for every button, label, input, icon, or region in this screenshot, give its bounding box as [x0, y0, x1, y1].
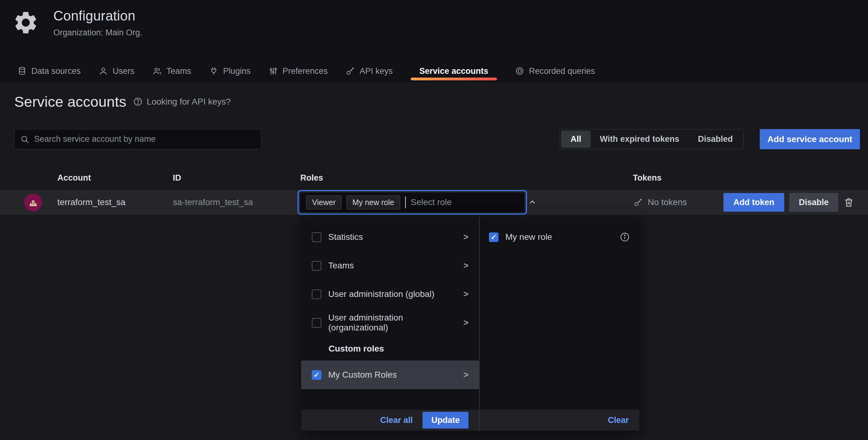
chevron-right-icon: > [463, 370, 468, 380]
account-id: sa-terraform_test_sa [173, 197, 253, 207]
chevron-right-icon: > [463, 318, 468, 328]
tab-label: Users [113, 66, 135, 76]
tokens-status: No tokens [633, 197, 687, 207]
clear-all-button[interactable]: Clear all [380, 415, 412, 425]
page-heading: Service accounts Looking for API keys? [14, 93, 231, 110]
tab-data-sources[interactable]: Data sources [18, 60, 81, 82]
column-header-roles: Roles [300, 173, 323, 183]
token-key-icon [633, 198, 643, 207]
tab-preferences[interactable]: Preferences [269, 60, 328, 82]
tab-service-accounts[interactable]: Service accounts [411, 60, 497, 82]
question-circle-icon [133, 97, 143, 107]
user-icon [99, 66, 108, 76]
sliders-icon [269, 66, 278, 76]
users-icon [153, 66, 162, 76]
submenu-footer: Clear [479, 410, 639, 431]
app-header: Configuration Organization: Main Org. [0, 0, 868, 37]
group-teams[interactable]: Teams > [301, 251, 479, 280]
checkbox-checked[interactable] [312, 370, 321, 380]
filter-with-expired-tokens[interactable]: With expired tokens [591, 130, 689, 148]
dropdown-footer: Clear all Update [301, 410, 479, 431]
checkbox-unchecked[interactable] [312, 232, 321, 242]
checkbox-unchecked[interactable] [312, 318, 321, 328]
gear-icon [12, 9, 39, 36]
checkbox-unchecked[interactable] [312, 290, 321, 299]
tab-recorded-queries[interactable]: Recorded queries [515, 60, 595, 82]
key-icon [346, 66, 355, 76]
tab-plugins[interactable]: Plugins [209, 60, 251, 82]
group-my-custom-roles[interactable]: My Custom Roles > [301, 360, 479, 389]
custom-roles-section-label: Custom roles [301, 337, 479, 360]
delete-icon[interactable] [843, 196, 855, 208]
info-icon[interactable] [620, 232, 630, 242]
submenu-list: My new role [479, 217, 639, 251]
help-text: Looking for API keys? [147, 97, 231, 107]
clear-button[interactable]: Clear [608, 415, 629, 425]
chevron-up-icon[interactable] [528, 198, 537, 207]
top-bar: Configuration Organization: Main Org. Da… [0, 0, 868, 83]
submenu-item-my-new-role[interactable]: My new role [479, 223, 639, 251]
tokens-text: No tokens [648, 197, 687, 207]
search-icon [20, 135, 29, 144]
role-submenu-panel: My new role Clear [479, 217, 639, 431]
search-input[interactable] [34, 134, 255, 144]
role-groups-panel: Statistics > Teams > User administration… [301, 217, 479, 431]
page-header-subtitle: Organization: Main Org. [53, 28, 143, 37]
page-header-title: Configuration [53, 8, 143, 24]
chevron-right-icon: > [463, 261, 468, 271]
tab-label: Recorded queries [529, 66, 595, 76]
database-icon [18, 66, 27, 76]
service-account-avatar [24, 194, 42, 211]
update-button[interactable]: Update [423, 412, 468, 429]
record-icon [515, 66, 524, 76]
role-tag-my-new-role[interactable]: My new role [346, 196, 400, 209]
tab-label: Data sources [31, 66, 81, 76]
column-header-id: ID [173, 173, 181, 183]
column-header-account: Account [57, 173, 91, 183]
role-tag-viewer[interactable]: Viewer [306, 196, 342, 209]
tab-label: API keys [360, 66, 393, 76]
app-title-block: Configuration Organization: Main Org. [53, 8, 143, 37]
select-role-input[interactable] [411, 197, 523, 207]
plug-icon [209, 66, 218, 76]
page-title: Service accounts [14, 93, 126, 110]
group-user-administration-global[interactable]: User administration (global) > [301, 280, 479, 309]
group-label: My Custom Roles [328, 370, 397, 380]
search-box [14, 129, 261, 149]
submenu-item-label: My new role [505, 232, 552, 242]
group-label: Statistics [328, 232, 363, 242]
filter-all[interactable]: All [561, 130, 591, 148]
group-user-administration-organizational[interactable]: User administration (organizational) > [301, 309, 479, 337]
tab-bar: Data sources Users Teams [18, 60, 595, 82]
group-label: Teams [328, 261, 354, 271]
add-service-account-button[interactable]: Add service account [760, 129, 860, 149]
filter-radio-group: All With expired tokens Disabled [560, 129, 744, 149]
tab-label: Preferences [283, 66, 328, 76]
tab-label: Teams [166, 66, 191, 76]
column-header-tokens: Tokens [633, 173, 662, 183]
account-name[interactable]: terraform_test_sa [57, 197, 125, 207]
api-keys-help-link[interactable]: Looking for API keys? [133, 97, 231, 107]
text-cursor [405, 197, 406, 208]
tab-label: Service accounts [420, 66, 488, 76]
role-picker-input[interactable]: Viewer My new role [300, 192, 525, 212]
checkbox-checked[interactable] [489, 232, 498, 242]
tab-users[interactable]: Users [99, 60, 135, 82]
tab-teams[interactable]: Teams [153, 60, 191, 82]
chevron-right-icon: > [463, 289, 468, 299]
checkbox-unchecked[interactable] [312, 261, 321, 271]
role-picker-dropdown: Statistics > Teams > User administration… [301, 217, 639, 431]
group-label: User administration (organizational) [328, 313, 457, 333]
group-label: User administration (global) [328, 289, 434, 299]
disable-button[interactable]: Disable [789, 193, 838, 212]
add-token-button[interactable]: Add token [723, 193, 784, 212]
tab-label: Plugins [223, 66, 251, 76]
chevron-right-icon: > [463, 232, 468, 242]
active-tab-underline [411, 78, 497, 80]
tab-api-keys[interactable]: API keys [346, 60, 393, 82]
service-account-row: terraform_test_sa sa-terraform_test_sa V… [0, 190, 868, 215]
group-statistics[interactable]: Statistics > [301, 223, 479, 251]
filter-disabled[interactable]: Disabled [689, 130, 742, 148]
role-groups-list: Statistics > Teams > User administration… [301, 217, 479, 389]
